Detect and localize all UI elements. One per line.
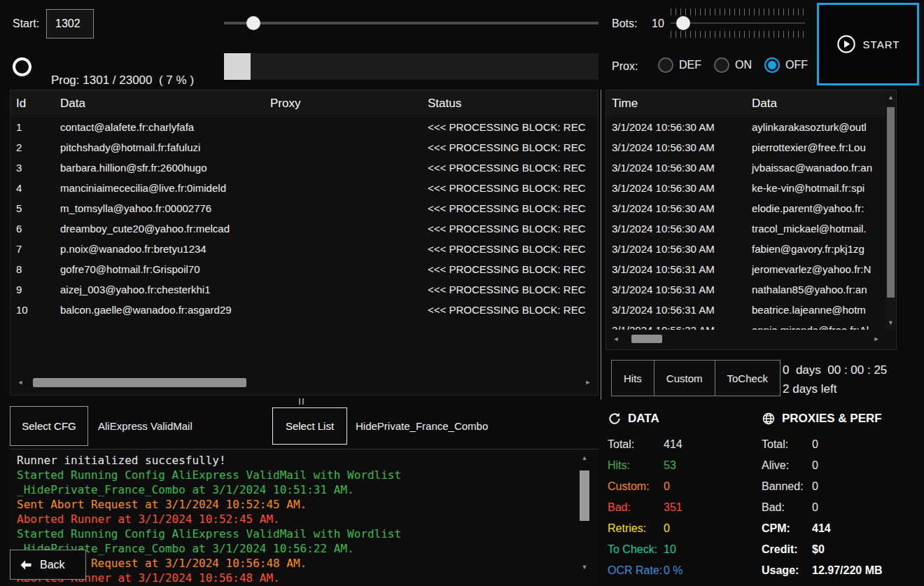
select-list-button[interactable]: Select List <box>272 407 347 445</box>
column-header-status[interactable]: Status <box>422 97 598 111</box>
scroll-down-icon[interactable]: ▼ <box>886 317 896 328</box>
stat-row: Alive:0 <box>762 455 919 476</box>
cell-id: 1 <box>10 121 55 133</box>
hits-table: Time Data 3/1/2024 10:56:30 AMaylinkarak… <box>606 90 897 350</box>
stat-row: Credit:$0 <box>762 539 919 560</box>
table-row[interactable]: 3/1/2024 10:56:30 AMtracol_mickael@hotma… <box>606 218 886 239</box>
table-row[interactable]: 7p.noix@wanadoo.fr:bretyu1234<<< PROCESS… <box>10 239 598 259</box>
table-row[interactable]: 3/1/2024 10:56:32 AMannie.miranda@free.f… <box>606 320 886 330</box>
scroll-thumb[interactable] <box>580 470 589 521</box>
table-row[interactable]: 3/1/2024 10:56:30 AMaylinkarakasozturk@o… <box>606 117 886 137</box>
table-row[interactable]: 10balcon.gaelle@wanadoo.fr:asgard29<<< P… <box>10 300 598 320</box>
stat-label: Hits: <box>608 459 664 472</box>
radio-icon[interactable] <box>658 57 673 73</box>
stat-row: Bad:351 <box>608 497 758 518</box>
scroll-right-icon[interactable]: ► <box>871 333 882 344</box>
slider-thumb[interactable] <box>676 16 690 30</box>
column-header-proxy[interactable]: Proxy <box>265 97 422 111</box>
radio-icon[interactable] <box>714 57 729 73</box>
column-header-data[interactable]: Data <box>746 97 886 111</box>
stat-value: 414 <box>812 522 831 535</box>
back-button[interactable]: Back <box>10 550 86 580</box>
results-hscrollbar[interactable]: ◄ ► <box>15 375 594 390</box>
cell-data: p.noix@wanadoo.fr:bretyu1234 <box>55 243 265 255</box>
progress-indicator-ring <box>13 57 31 76</box>
stat-value: 414 <box>664 438 682 451</box>
hits-hscrollbar[interactable]: ◄ ► <box>610 332 882 346</box>
table-row[interactable]: 3/1/2024 10:56:30 AMpierrottexier@free.f… <box>606 137 886 158</box>
timer-remaining: 2 days left <box>783 379 887 398</box>
table-row[interactable]: 3barbara.hillion@sfr.fr:2600hugo<<< PROC… <box>10 158 598 178</box>
hits-table-header: Time Data <box>606 90 886 117</box>
scroll-right-icon[interactable]: ► <box>582 377 594 388</box>
scroll-thumb[interactable] <box>631 335 662 343</box>
cell-time: 3/1/2024 10:56:30 AM <box>606 223 746 235</box>
stat-label: Custom: <box>608 480 664 493</box>
slider-ticks <box>671 31 805 38</box>
table-row[interactable]: 6dreamboy_cute20@yahoo.fr:melcad<<< PROC… <box>10 218 598 239</box>
data-panel-rows: Total:414Hits:53Custom:0Bad:351Retries:0… <box>608 434 758 581</box>
table-row[interactable]: 3/1/2024 10:56:30 AMfabien@gavory.fr:pkj… <box>606 239 886 259</box>
splitter-handle[interactable] <box>299 398 306 405</box>
scroll-left-icon[interactable]: ◄ <box>15 377 26 388</box>
table-row[interactable]: 1contact@alafete.fr:charlyfafa<<< PROCES… <box>10 117 598 137</box>
table-row[interactable]: 3/1/2024 10:56:30 AMke-ke-vin@hotmail.fr… <box>606 178 886 198</box>
stat-label: Banned: <box>762 480 812 493</box>
scroll-thumb[interactable] <box>33 378 246 387</box>
table-row[interactable]: 4manciniaimececilia@live.fr:0imideld<<< … <box>10 178 598 198</box>
column-header-id[interactable]: Id <box>10 97 55 111</box>
stat-row: CPM:414 <box>762 518 919 539</box>
stat-row: Custom:0 <box>608 476 758 497</box>
cell-id: 4 <box>10 182 55 194</box>
prox-option-def[interactable]: DEF <box>658 57 701 73</box>
hits-vscrollbar[interactable]: ▲ ▼ <box>886 90 896 330</box>
bots-label: Bots: <box>612 18 637 30</box>
radio-label: ON <box>735 59 752 71</box>
table-row[interactable]: 5m_tomsylla@yahoo.fr:00002776<<< PROCESS… <box>10 198 598 218</box>
cell-id: 2 <box>10 141 55 153</box>
prox-option-on[interactable]: ON <box>714 57 752 73</box>
stat-label: To Check: <box>608 543 664 556</box>
tab-tocheck[interactable]: ToCheck <box>715 360 780 396</box>
column-header-time[interactable]: Time <box>606 97 746 111</box>
start-input[interactable] <box>46 9 94 39</box>
table-row[interactable]: 2pitchshady@hotmail.fr:fafuluzi<<< PROCE… <box>10 137 598 158</box>
column-header-data[interactable]: Data <box>55 97 265 111</box>
table-row[interactable]: 8gofre70@hotmail.fr:Grispoil70<<< PROCES… <box>10 259 598 279</box>
cell-data: ke-ke-vin@hotmail.fr:spi <box>746 182 886 194</box>
scroll-left-icon[interactable]: ◄ <box>610 333 622 344</box>
log-console: Runner initialized succesfully!Started R… <box>10 449 598 586</box>
scroll-down-icon[interactable]: ▼ <box>578 561 592 573</box>
console-vscrollbar[interactable]: ▲ ▼ <box>578 452 592 573</box>
cell-time: 3/1/2024 10:56:32 AM <box>606 324 746 330</box>
cell-data: jeromevarlez@yahoo.fr:N <box>746 263 886 275</box>
slider-ticks <box>671 8 805 15</box>
table-row[interactable]: 3/1/2024 10:56:31 AMjeromevarlez@yahoo.f… <box>606 259 886 279</box>
cell-time: 3/1/2024 10:56:31 AM <box>606 284 746 295</box>
tab-custom[interactable]: Custom <box>654 360 715 396</box>
select-cfg-button[interactable]: Select CFG <box>10 406 88 446</box>
bots-slider[interactable] <box>671 7 805 39</box>
table-row[interactable]: 3/1/2024 10:56:31 AMnathalan85@yahoo.fr:… <box>606 279 886 300</box>
start-button[interactable]: START <box>817 3 919 85</box>
table-row[interactable]: 3/1/2024 10:56:30 AMelodie.parent@yahoo.… <box>606 198 886 218</box>
stat-row: OCR Rate:0 % <box>608 560 758 581</box>
progress-slider[interactable] <box>224 16 598 30</box>
radio-icon[interactable] <box>764 57 780 73</box>
prox-option-off[interactable]: OFF <box>764 57 808 73</box>
back-arrow-icon <box>19 558 33 572</box>
tab-hits[interactable]: Hits <box>611 360 654 396</box>
cell-data: beatrice.lajeanne@hotm <box>746 304 886 316</box>
table-row[interactable]: 3/1/2024 10:56:31 AMbeatrice.lajeanne@ho… <box>606 300 886 320</box>
slider-track <box>224 22 598 25</box>
scroll-up-icon[interactable]: ▲ <box>886 92 896 103</box>
progress-bar-fill <box>224 53 251 80</box>
stat-row: Bad:0 <box>762 497 919 518</box>
table-row[interactable]: 3/1/2024 10:56:30 AMjvbaissac@wanadoo.fr… <box>606 158 886 178</box>
scroll-up-icon[interactable]: ▲ <box>578 452 592 463</box>
slider-thumb[interactable] <box>246 16 260 30</box>
cell-id: 9 <box>10 284 55 295</box>
scroll-thumb[interactable] <box>887 107 895 298</box>
table-row[interactable]: 9aizej_003@yahoo.fr:chesterkhi1<<< PROCE… <box>10 279 598 300</box>
globe-icon <box>762 412 776 426</box>
